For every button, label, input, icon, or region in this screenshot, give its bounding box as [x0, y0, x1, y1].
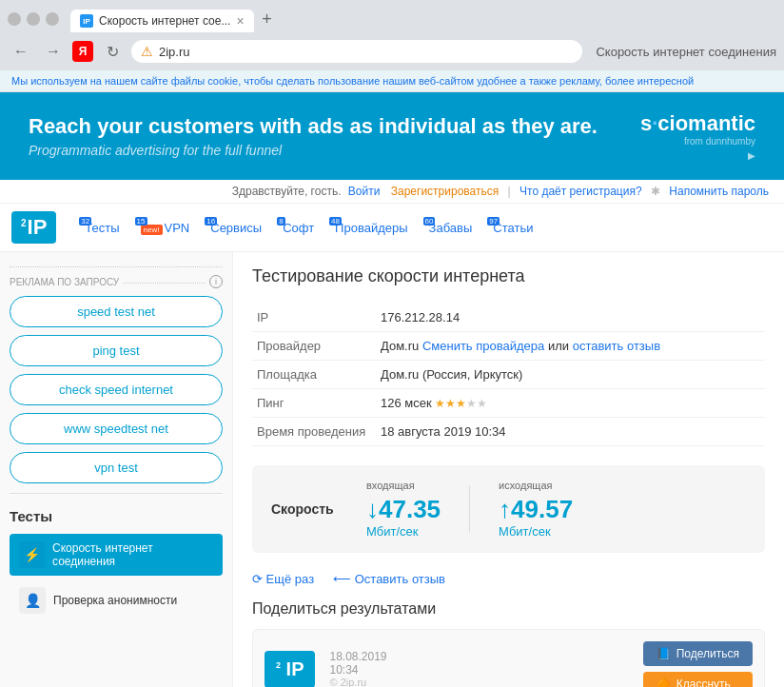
- share-date: 18.08.2019 10:34: [329, 650, 628, 677]
- sidebar-section-title: Тесты: [10, 508, 223, 524]
- login-link[interactable]: Войти: [348, 185, 381, 198]
- value-provider: Дом.ru Сменить провайдера или оставить о…: [376, 332, 765, 361]
- ad-info-icon[interactable]: i: [209, 275, 223, 288]
- nav-item-fun[interactable]: 60 Забавы: [420, 215, 482, 241]
- action-row: ⟳ Ещё раз ⟵ Оставить отзыв: [252, 564, 765, 586]
- login-bar: Здравствуйте, гость. Войти Зарегистриров…: [0, 180, 784, 204]
- logo-ip: 2IP: [11, 211, 56, 244]
- label-time: Время проведения: [252, 418, 376, 446]
- table-row-platform: Площадка Дом.ru (Россия, Иркутск): [252, 361, 765, 389]
- maximize-button[interactable]: [27, 12, 40, 26]
- site-header: Здравствуйте, гость. Войти Зарегистриров…: [0, 180, 784, 252]
- page-title: Тестирование скорости интернета: [252, 266, 765, 286]
- speed-icon: ⚡: [19, 541, 45, 568]
- nav-label-vpn: VPN: [165, 221, 190, 235]
- nav-item-soft[interactable]: 8 Софт: [273, 215, 323, 241]
- ad-banner: Reach your customers with ads as individ…: [0, 92, 784, 180]
- sidebar-btn-checkspeed[interactable]: check speed internet: [10, 374, 223, 405]
- outgoing-value: ↑49.57: [499, 495, 573, 524]
- sidebar-item-speed[interactable]: ⚡ Скорость интернет соединения: [10, 534, 223, 576]
- sidebar-btn-vpntest[interactable]: vpn test: [10, 452, 223, 483]
- feedback-link[interactable]: ⟵ Оставить отзыв: [333, 572, 445, 586]
- value-ip: 176.212.28.14: [376, 304, 765, 332]
- share-site: © 2ip.ru: [329, 677, 628, 687]
- ad-subtext: Programmatic advertising for the full fu…: [29, 143, 598, 158]
- speed-incoming: входящая ↓47.35 Мбит/сек: [366, 480, 441, 539]
- incoming-value: ↓47.35: [366, 495, 441, 524]
- register-link[interactable]: Зарегистрироваться: [391, 185, 499, 198]
- share-vk-button[interactable]: 📘 Поделиться: [643, 641, 753, 666]
- main-layout: РЕКЛАМА ПО ЗАПРОСУ i speed test net ping…: [0, 252, 784, 687]
- site-nav: 2IP 32 Тесты 15 new!VPN 16 Сервисы: [0, 204, 784, 251]
- sidebar-btn-wwwspeedtest[interactable]: www speedtest net: [10, 413, 223, 444]
- what-gives-link[interactable]: Что даёт регистрация?: [519, 185, 642, 198]
- value-ping: 126 мсек ★★★★★: [376, 389, 765, 418]
- share-logo: 2 IP: [265, 651, 315, 688]
- label-ip: IP: [252, 304, 376, 332]
- browser-tabs: IP Скорость интернет сое... × +: [70, 6, 776, 32]
- speed-row: Скорость входящая ↓47.35 Мбит/сек исходя…: [271, 480, 746, 539]
- share-section: Поделиться результатами 2 IP 18.08.2019 …: [252, 600, 765, 687]
- nav-label-services: Сервисы: [210, 221, 262, 235]
- url-bar[interactable]: ⚠ 2ip.ru: [131, 40, 582, 63]
- refresh-button[interactable]: ↻: [99, 38, 126, 65]
- tab-close-button[interactable]: ×: [236, 14, 244, 28]
- label-provider: Провайдер: [252, 332, 376, 361]
- leave-review-link[interactable]: оставить отзыв: [573, 339, 660, 353]
- sidebar-btn-speedtest[interactable]: speed test net: [10, 296, 223, 327]
- nav-item-articles[interactable]: 97 Статьи: [483, 215, 542, 241]
- yandex-logo: Я: [72, 41, 93, 62]
- nav-label-providers: Провайдеры: [335, 221, 407, 235]
- nav-item-tests[interactable]: 32 Тесты: [75, 215, 128, 241]
- nav-label-soft: Софт: [283, 221, 314, 235]
- ad-indicator: ▶: [748, 150, 755, 161]
- minimize-button[interactable]: [8, 12, 21, 26]
- forward-button[interactable]: →: [40, 38, 67, 65]
- active-tab[interactable]: IP Скорость интернет сое... ×: [70, 10, 254, 32]
- change-provider-link[interactable]: Сменить провайдера: [422, 339, 544, 353]
- new-tab-button[interactable]: +: [254, 6, 281, 32]
- ad-banner-left: Reach your customers with ads as individ…: [29, 114, 598, 158]
- vk-icon: 📘: [657, 647, 671, 660]
- share-ok-button[interactable]: 🔶 Класснуть: [643, 672, 753, 687]
- nav-item-services[interactable]: 16 Сервисы: [201, 215, 271, 241]
- sidebar-item-anon[interactable]: 👤 Проверка анонимности: [10, 579, 223, 621]
- security-icon: ⚠: [141, 44, 153, 59]
- ad-banner-right: s·ciomantic from dunnhumby ▶: [640, 111, 755, 161]
- value-time: 18 августа 2019 10:34: [376, 418, 765, 446]
- close-window-button[interactable]: [46, 12, 59, 26]
- speed-section: Скорость входящая ↓47.35 Мбит/сек исходя…: [252, 465, 765, 553]
- sidebar-menu-label-anon: Проверка анонимности: [53, 594, 177, 607]
- outgoing-arrow: ↑: [499, 495, 511, 523]
- remind-password-link[interactable]: Напомнить пароль: [669, 185, 769, 198]
- site-nav-items: 32 Тесты 15 new!VPN 16 Сервисы 8 Софт 48: [75, 215, 542, 241]
- speed-outgoing: исходящая ↑49.57 Мбит/сек: [499, 480, 573, 539]
- value-platform: Дом.ru (Россия, Иркутск): [376, 361, 765, 389]
- table-row-ip: IP 176.212.28.14: [252, 304, 765, 332]
- sidebar: РЕКЛАМА ПО ЗАПРОСУ i speed test net ping…: [0, 252, 233, 687]
- speed-label: Скорость: [271, 501, 347, 517]
- sidebar-btn-ping[interactable]: ping test: [10, 335, 223, 366]
- label-ping: Пинг: [252, 389, 376, 418]
- incoming-direction-label: входящая: [366, 480, 415, 491]
- site-logo[interactable]: 2IP: [11, 211, 56, 244]
- outgoing-unit: Мбит/сек: [499, 524, 551, 539]
- share-title: Поделиться результатами: [252, 600, 765, 618]
- page-title-address-bar: Скорость интернет соединения: [596, 45, 776, 59]
- page-content: Мы используем на нашем сайте файлы cooki…: [0, 70, 784, 687]
- sidebar-ad-label: РЕКЛАМА ПО ЗАПРОСУ i: [10, 266, 223, 288]
- ad-brand-sub: from dunnhumby: [684, 136, 755, 147]
- back-button[interactable]: ←: [8, 38, 34, 65]
- share-buttons: 📘 Поделиться 🔶 Класснуть: [643, 641, 753, 687]
- speed-separator: [469, 485, 470, 533]
- browser-chrome: IP Скорость интернет сое... × + ← → Я ↻ …: [0, 0, 784, 70]
- ad-headline: Reach your customers with ads as individ…: [29, 114, 598, 139]
- browser-window-controls: [8, 12, 59, 26]
- ping-stars: ★★★★★: [435, 397, 487, 410]
- share-card-info: 18.08.2019 10:34 © 2ip.ru: [329, 650, 628, 687]
- nav-item-vpn[interactable]: 15 new!VPN: [131, 215, 200, 241]
- nav-label-fun: Забавы: [429, 221, 473, 235]
- retry-link[interactable]: ⟳ Ещё раз: [252, 572, 314, 586]
- anon-icon: 👤: [19, 587, 46, 614]
- nav-item-providers[interactable]: 48 Провайдеры: [325, 215, 417, 241]
